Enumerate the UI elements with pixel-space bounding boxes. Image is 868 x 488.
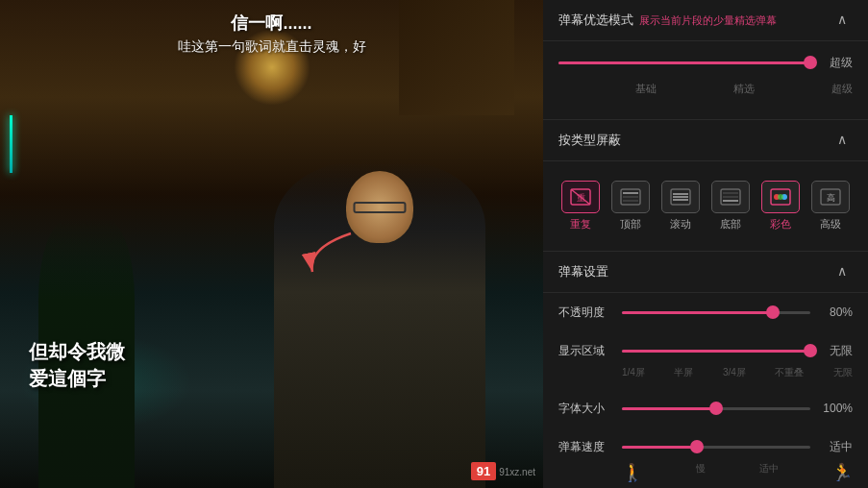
- speed-label: 弹幕速度: [558, 439, 612, 455]
- danmaku-section-header: 弹幕设置 ∧: [543, 252, 868, 293]
- danmaku-section-title: 弹幕设置: [558, 263, 608, 281]
- speed-sublabels: 🚶 慢 适中 🏃: [558, 462, 853, 483]
- settings-panel[interactable]: 弹幕优选模式 展示当前片段的少量精选弹幕 ∧ 超级: [543, 0, 868, 488]
- danmaku-section-chevron[interactable]: ∧: [837, 264, 853, 280]
- label-super: 超级: [831, 82, 853, 96]
- display-area-sublabels: 1/4屏 半屏 3/4屏 不重叠 无限: [558, 366, 853, 379]
- subtitle-line2: 哇这第一句歌词就直击灵魂，好: [178, 38, 366, 56]
- opacity-slider-track: [622, 311, 810, 314]
- font-size-slider-track: [622, 407, 810, 410]
- display-area-row: 显示区域 无限 1/4屏 半屏 3/4屏 不重叠 无限: [543, 331, 868, 389]
- filter-icon-color-label: 彩色: [770, 217, 791, 232]
- opacity-row: 不透明度 80%: [543, 293, 868, 331]
- display-area-slider-thumb[interactable]: [804, 344, 817, 357]
- priority-slider-track: [558, 61, 810, 64]
- subtitle-bottom-line1: 但却令我微: [29, 341, 125, 362]
- svg-point-19: [778, 194, 783, 200]
- font-size-label: 字体大小: [558, 401, 612, 417]
- priority-mode-chevron[interactable]: ∧: [837, 12, 853, 28]
- font-size-value: 100%: [818, 402, 853, 415]
- filter-icon-top-label: 顶部: [620, 217, 641, 232]
- priority-slider-thumb[interactable]: [804, 56, 817, 69]
- watermark: 91 91xz.net: [471, 462, 535, 480]
- scene-shelf: [399, 0, 514, 115]
- svg-text:高: 高: [827, 193, 835, 203]
- opacity-slider-container: 80%: [622, 303, 853, 322]
- priority-mode-value: 超级: [818, 55, 853, 71]
- font-size-row: 字体大小 100%: [543, 389, 868, 427]
- subtitle-top: 信一啊...... 哇这第一句歌词就直击灵魂，好: [178, 12, 366, 56]
- priority-slider-fill: [558, 61, 810, 64]
- opacity-value: 80%: [818, 305, 853, 319]
- subtitle-bottom-line2: 爱這個字: [29, 368, 106, 389]
- filter-icons-row: 重 重复: [558, 173, 853, 239]
- font-size-slider-thumb[interactable]: [709, 402, 723, 415]
- scene-neon: [10, 115, 12, 173]
- filter-icon-scroll-label: 滚动: [670, 217, 691, 232]
- opacity-label: 不透明度: [558, 305, 612, 321]
- speed-slider-container: 适中: [622, 437, 853, 456]
- filter-icon-scroll-box: [661, 181, 700, 213]
- speed-value: 适中: [818, 439, 853, 455]
- scene-figure: [274, 161, 485, 488]
- filter-icon-top-box: [611, 181, 650, 213]
- filter-icon-bottom[interactable]: 底部: [708, 181, 753, 232]
- filter-section-header: 按类型屏蔽 ∧: [543, 120, 868, 161]
- filter-section: 按类型屏蔽 ∧ 重 重复: [543, 120, 868, 251]
- filter-icon-repeat[interactable]: 重 重复: [558, 181, 603, 232]
- arrow-overlay: [288, 219, 365, 296]
- filter-icon-color-box: [761, 181, 800, 213]
- filter-section-title: 按类型屏蔽: [558, 132, 621, 149]
- priority-mode-slider-row: 超级 基础 精选 超级: [558, 53, 853, 96]
- filter-icon-advanced-box: 高: [811, 181, 850, 213]
- font-size-slider-fill: [622, 407, 716, 410]
- filter-icon-advanced-label: 高级: [820, 217, 841, 232]
- filter-icon-repeat-box: 重: [561, 181, 600, 213]
- priority-mode-header: 弹幕优选模式 展示当前片段的少量精选弹幕 ∧: [543, 0, 868, 41]
- video-background: 信一啊...... 哇这第一句歌词就直击灵魂，好 但却令我微 爱這個字 91 9…: [0, 0, 543, 488]
- font-size-slider-track-wrapper[interactable]: [622, 399, 810, 418]
- opacity-slider-fill: [622, 311, 773, 314]
- priority-mode-labels: 基础 精选 超级: [558, 82, 853, 96]
- label-selected: 精选: [733, 82, 755, 96]
- speed-slider-thumb[interactable]: [690, 440, 704, 453]
- display-area-value: 无限: [818, 343, 853, 359]
- priority-slider-track-wrapper[interactable]: [558, 53, 810, 72]
- priority-mode-title: 弹幕优选模式 展示当前片段的少量精选弹幕: [558, 12, 777, 29]
- display-area-slider-container: 无限: [622, 341, 853, 360]
- speed-slider-track: [622, 446, 810, 449]
- figure-glasses: [354, 202, 407, 213]
- filter-icon-bottom-label: 底部: [720, 217, 741, 232]
- subtitle-bottom: 但却令我微 爱這個字: [29, 338, 125, 392]
- speed-row: 弹幕速度 适中 🚶 慢 适中 🏃: [543, 427, 868, 488]
- opacity-slider-track-wrapper[interactable]: [622, 303, 810, 322]
- filter-icon-advanced[interactable]: 高 高级: [808, 181, 853, 232]
- priority-mode-section: 弹幕优选模式 展示当前片段的少量精选弹幕 ∧ 超级: [543, 0, 868, 119]
- priority-mode-desc: 展示当前片段的少量精选弹幕: [639, 13, 777, 28]
- label-basic: 基础: [635, 82, 657, 96]
- speed-slider-fill: [622, 446, 697, 449]
- subtitle-line1: 信一啊......: [178, 12, 366, 35]
- danmaku-section: 弹幕设置 ∧ 不透明度 80% 显示区域: [543, 252, 868, 488]
- filter-icon-color[interactable]: 彩色: [758, 181, 803, 232]
- opacity-slider-thumb[interactable]: [766, 305, 780, 319]
- priority-slider-container: 超级: [558, 53, 853, 72]
- video-panel: 信一啊...... 哇这第一句歌词就直击灵魂，好 但却令我微 爱這個字 91 9…: [0, 0, 543, 488]
- priority-mode-content: 超级 基础 精选 超级: [543, 41, 868, 119]
- display-area-label: 显示区域: [558, 343, 612, 359]
- display-area-slider-track-wrapper[interactable]: [622, 341, 810, 360]
- display-area-slider-fill: [622, 350, 810, 353]
- speed-slider-track-wrapper[interactable]: [622, 437, 810, 456]
- display-area-slider-track: [622, 350, 810, 353]
- filter-section-content: 重 重复: [543, 161, 868, 251]
- filter-section-chevron[interactable]: ∧: [837, 133, 853, 148]
- filter-icon-scroll[interactable]: 滚动: [658, 181, 703, 232]
- font-size-slider-container: 100%: [622, 399, 853, 418]
- filter-icon-repeat-label: 重复: [570, 217, 591, 232]
- filter-icon-top[interactable]: 顶部: [608, 181, 653, 232]
- filter-icon-bottom-box: [711, 181, 750, 213]
